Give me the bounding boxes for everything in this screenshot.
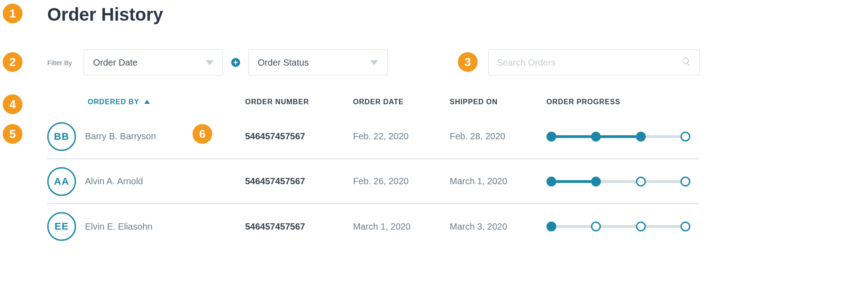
annotation-badge-2: 2 bbox=[3, 52, 22, 72]
filter-order-date-value: Order Date bbox=[93, 58, 138, 68]
search-input[interactable] bbox=[497, 58, 681, 68]
progress-segment bbox=[556, 180, 591, 183]
column-header-order-progress[interactable]: ORDER PROGRESS bbox=[546, 98, 699, 106]
progress-step bbox=[636, 132, 646, 142]
avatar: BB bbox=[47, 122, 76, 151]
shipped-on-value: March 1, 2020 bbox=[450, 176, 546, 186]
annotation-badge-4: 4 bbox=[3, 94, 22, 114]
filter-by-label: Filter By bbox=[47, 59, 72, 67]
page-title: Order History bbox=[47, 4, 163, 25]
column-header-shipped-on[interactable]: SHIPPED ON bbox=[450, 98, 546, 106]
order-date-value: March 1, 2020 bbox=[353, 222, 450, 232]
progress-segment bbox=[556, 225, 591, 228]
progress-step bbox=[546, 177, 556, 186]
annotation-badge-5: 5 bbox=[3, 124, 22, 144]
chevron-down-icon bbox=[370, 60, 378, 65]
order-progress-indicator bbox=[546, 222, 690, 231]
ordered-by-name: Barry B. Barryson bbox=[85, 131, 156, 142]
progress-step bbox=[591, 222, 601, 231]
column-header-ordered-by[interactable]: ORDERED BY bbox=[47, 98, 245, 106]
order-number-value: 546457457567 bbox=[245, 176, 353, 186]
progress-step bbox=[591, 177, 601, 186]
progress-step bbox=[636, 177, 646, 186]
progress-step bbox=[680, 132, 690, 142]
sort-asc-icon bbox=[144, 100, 150, 104]
order-date-value: Feb. 22, 2020 bbox=[353, 131, 450, 142]
table-row[interactable]: AA Alvin A. Arnold 546457457567 Feb. 26,… bbox=[47, 159, 699, 204]
order-progress-indicator bbox=[546, 132, 690, 142]
progress-step bbox=[546, 222, 556, 231]
progress-segment bbox=[601, 225, 635, 228]
table-row[interactable]: EE Elvin E. Eliasohn 546457457567 March … bbox=[47, 204, 699, 249]
progress-step bbox=[546, 132, 556, 142]
search-orders-field[interactable] bbox=[488, 49, 700, 75]
shipped-on-value: Feb. 28, 2020 bbox=[450, 131, 546, 142]
order-number-value: 546457457567 bbox=[245, 131, 353, 142]
order-progress-indicator bbox=[546, 177, 690, 186]
search-icon bbox=[681, 57, 691, 68]
progress-segment bbox=[646, 135, 680, 138]
filter-order-date-select[interactable]: Order Date bbox=[84, 49, 223, 75]
filter-order-status-select[interactable]: Order Status bbox=[248, 49, 388, 75]
order-date-value: Feb. 26, 2020 bbox=[353, 176, 450, 186]
ordered-by-name: Elvin E. Eliasohn bbox=[85, 222, 152, 232]
avatar: AA bbox=[47, 167, 76, 196]
shipped-on-value: March 3, 2020 bbox=[450, 222, 546, 232]
progress-step bbox=[680, 222, 690, 231]
add-filter-button[interactable] bbox=[231, 58, 240, 67]
ordered-by-name: Alvin A. Arnold bbox=[85, 176, 143, 186]
progress-segment bbox=[601, 180, 635, 183]
progress-step bbox=[680, 177, 690, 186]
table-row[interactable]: BB Barry B. Barryson 546457457567 Feb. 2… bbox=[47, 114, 699, 159]
progress-step bbox=[636, 222, 646, 231]
column-header-order-date[interactable]: ORDER DATE bbox=[353, 98, 450, 106]
progress-segment bbox=[646, 180, 680, 183]
filter-bar: Filter By Order Date Order Status bbox=[47, 49, 388, 75]
chevron-down-icon bbox=[206, 60, 214, 65]
progress-segment bbox=[646, 225, 680, 228]
table-header-row: ORDERED BY ORDER NUMBER ORDER DATE SHIPP… bbox=[47, 98, 699, 114]
progress-step bbox=[591, 132, 601, 142]
orders-table: ORDERED BY ORDER NUMBER ORDER DATE SHIPP… bbox=[47, 98, 699, 249]
annotation-badge-1: 1 bbox=[3, 4, 22, 23]
avatar: EE bbox=[47, 212, 76, 241]
progress-segment bbox=[601, 135, 635, 138]
column-header-order-number[interactable]: ORDER NUMBER bbox=[245, 98, 353, 106]
column-header-ordered-by-label: ORDERED BY bbox=[88, 98, 139, 106]
progress-segment bbox=[556, 135, 591, 138]
annotation-badge-3: 3 bbox=[458, 52, 478, 72]
filter-order-status-value: Order Status bbox=[258, 58, 309, 68]
order-number-value: 546457457567 bbox=[245, 222, 353, 232]
